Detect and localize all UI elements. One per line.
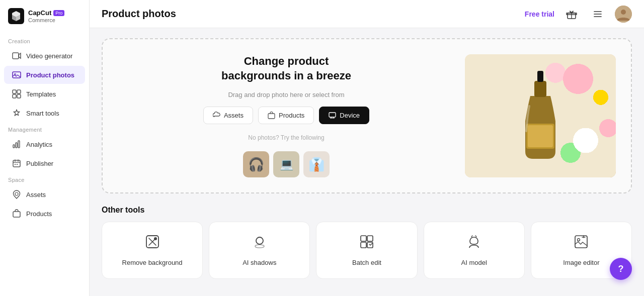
upload-title: Change productbackgrounds in a breeze [221, 54, 351, 83]
sidebar-item-analytics[interactable]: Analytics [4, 135, 85, 153]
sidebar-label-product-photos: Product photos [26, 71, 74, 79]
svg-rect-29 [367, 236, 373, 241]
sample-thumb-2[interactable]: 💻 [273, 151, 299, 177]
svg-rect-19 [329, 113, 336, 117]
logo-pro: Pro [53, 10, 64, 16]
sample-thumbnails: 🎧 💻 👔 [243, 151, 330, 177]
svg-point-33 [578, 239, 580, 241]
management-section-label: Management [0, 123, 89, 135]
remove-background-icon [145, 234, 160, 253]
logo-area[interactable]: CapCut Pro Commerce [0, 0, 89, 34]
sidebar-item-assets[interactable]: Assets [4, 185, 85, 204]
video-generator-icon [12, 51, 21, 60]
logo-icon [8, 8, 24, 24]
ai-shadows-icon [252, 234, 267, 253]
sidebar-item-product-photos[interactable]: Product photos [4, 66, 85, 84]
products-source-button[interactable]: Products [258, 107, 314, 124]
svg-rect-20 [534, 81, 546, 97]
ai-model-label: AI model [461, 259, 487, 266]
svg-rect-11 [13, 160, 20, 167]
menu-button[interactable] [589, 5, 607, 23]
other-tools-section: Other tools Remove background [102, 206, 632, 279]
image-editor-icon [574, 234, 589, 253]
sidebar-label-templates: Templates [26, 90, 56, 98]
sample-thumb-3[interactable]: 👔 [303, 151, 330, 177]
sidebar-label-products: Products [26, 210, 52, 218]
help-fab-button[interactable]: ? [610, 258, 632, 280]
user-avatar[interactable] [615, 6, 632, 23]
assets-source-button[interactable]: Assets [203, 107, 253, 124]
svg-point-25 [154, 237, 157, 240]
ai-shadows-label: AI shadows [243, 259, 276, 266]
sidebar-label-video-generator: Video generator [26, 52, 72, 60]
tools-grid: Remove background AI shadows [102, 222, 632, 279]
products-source-icon [268, 112, 275, 119]
upload-left-panel: Change productbackgrounds in a breeze Dr… [118, 54, 455, 177]
sidebar-label-publisher: Publisher [26, 160, 53, 167]
ai-model-icon [466, 234, 481, 253]
sample-thumb-1[interactable]: 🎧 [243, 151, 269, 177]
svg-point-26 [256, 237, 263, 244]
sidebar-label-smart-tools: Smart tools [26, 110, 59, 117]
logo-name: CapCut [28, 9, 51, 17]
tool-card-batch-edit[interactable]: Batch edit [316, 222, 417, 279]
main-content: Product photos Free trial [90, 0, 644, 296]
no-photos-text: No photos? Try the following [248, 134, 324, 141]
templates-icon [12, 89, 21, 98]
svg-point-17 [621, 10, 626, 15]
other-tools-title: Other tools [102, 206, 632, 215]
svg-rect-10 [18, 141, 20, 148]
tool-card-ai-shadows[interactable]: AI shadows [209, 222, 310, 279]
svg-rect-18 [268, 114, 275, 119]
space-section-label: Space [0, 173, 89, 185]
bottle-svg [515, 66, 566, 166]
creation-section-label: Creation [0, 34, 89, 46]
svg-rect-6 [13, 94, 16, 98]
content-area: Change productbackgrounds in a breeze Dr… [90, 28, 644, 296]
logo-subname: Commerce [28, 17, 64, 23]
assets-icon [12, 190, 21, 199]
sidebar-item-publisher[interactable]: Publisher [4, 154, 85, 172]
svg-rect-4 [13, 90, 16, 93]
tool-card-ai-model[interactable]: AI model [424, 222, 525, 279]
sidebar-item-video-generator[interactable]: Video generator [4, 47, 85, 65]
products-icon [12, 209, 21, 218]
product-photos-icon [12, 70, 21, 79]
sidebar-item-templates[interactable]: Templates [4, 85, 85, 103]
analytics-icon [12, 140, 21, 149]
gift-button[interactable] [562, 5, 581, 23]
svg-rect-13 [17, 164, 18, 165]
svg-rect-28 [361, 236, 366, 241]
publisher-icon [12, 159, 21, 168]
svg-rect-7 [17, 94, 21, 98]
sidebar-item-products[interactable]: Products [4, 205, 85, 223]
smart-tools-icon [12, 109, 21, 118]
remove-background-label: Remove background [122, 259, 183, 266]
free-trial-button[interactable]: Free trial [525, 10, 554, 18]
no-photos-row: No photos? Try the following [242, 134, 330, 141]
svg-rect-30 [361, 242, 366, 248]
help-icon: ? [618, 264, 624, 274]
svg-rect-23 [528, 125, 553, 147]
sidebar-label-assets: Assets [26, 191, 46, 199]
svg-rect-21 [537, 71, 543, 82]
svg-rect-9 [16, 143, 17, 148]
header-actions: Free trial [525, 5, 632, 23]
product-image [465, 54, 616, 177]
sidebar: CapCut Pro Commerce Creation Video gener… [0, 0, 90, 296]
sidebar-item-smart-tools[interactable]: Smart tools [4, 104, 85, 122]
assets-source-label: Assets [224, 112, 244, 119]
svg-rect-12 [15, 164, 16, 165]
batch-edit-icon [359, 234, 374, 253]
product-image-panel [465, 54, 616, 177]
tool-card-remove-background[interactable]: Remove background [102, 222, 203, 279]
device-icon [329, 112, 336, 119]
products-source-label: Products [279, 112, 304, 119]
image-editor-label: Image editor [563, 259, 599, 266]
device-source-label: Device [340, 112, 360, 119]
sidebar-label-analytics: Analytics [26, 141, 52, 148]
batch-edit-label: Batch edit [352, 259, 381, 266]
device-source-button[interactable]: Device [319, 107, 369, 124]
svg-rect-1 [13, 53, 19, 59]
upload-card: Change productbackgrounds in a breeze Dr… [102, 38, 632, 193]
